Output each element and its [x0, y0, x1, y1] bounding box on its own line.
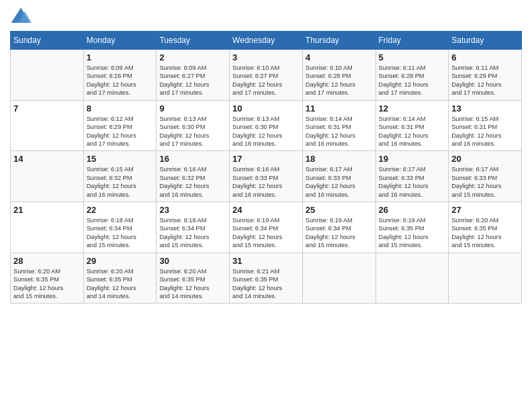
day-number: 31	[232, 256, 300, 266]
week-row-4: 2122Sunrise: 6:18 AM Sunset: 6:34 PM Day…	[11, 202, 522, 253]
day-info: Sunrise: 6:20 AM Sunset: 6:35 PM Dayligh…	[87, 267, 154, 301]
weekday-header-wednesday: Wednesday	[230, 32, 303, 50]
day-cell	[11, 50, 84, 101]
weekday-header-row: SundayMondayTuesdayWednesdayThursdayFrid…	[11, 32, 522, 50]
day-info: Sunrise: 6:10 AM Sunset: 6:28 PM Dayligh…	[306, 64, 373, 97]
day-cell: 3Sunrise: 6:10 AM Sunset: 6:27 PM Daylig…	[230, 50, 303, 101]
day-cell: 2Sunrise: 6:09 AM Sunset: 6:27 PM Daylig…	[157, 50, 230, 101]
day-info: Sunrise: 6:17 AM Sunset: 6:33 PM Dayligh…	[379, 165, 446, 199]
day-info: Sunrise: 6:17 AM Sunset: 6:33 PM Dayligh…	[451, 165, 519, 199]
day-cell: 18Sunrise: 6:17 AM Sunset: 6:33 PM Dayli…	[302, 151, 375, 202]
page-container: SundayMondayTuesdayWednesdayThursdayFrid…	[0, 0, 532, 310]
weekday-header-saturday: Saturday	[449, 32, 522, 50]
day-number: 25	[306, 205, 373, 215]
day-cell: 15Sunrise: 6:15 AM Sunset: 6:32 PM Dayli…	[83, 151, 157, 202]
day-number: 11	[306, 103, 373, 113]
day-info: Sunrise: 6:13 AM Sunset: 6:30 PM Dayligh…	[159, 115, 226, 148]
day-cell: 28Sunrise: 6:20 AM Sunset: 6:35 PM Dayli…	[11, 253, 84, 304]
day-number: 13	[451, 103, 519, 113]
weekday-header-sunday: Sunday	[11, 32, 84, 50]
day-cell: 16Sunrise: 6:16 AM Sunset: 6:32 PM Dayli…	[157, 151, 230, 202]
day-number: 3	[232, 52, 300, 62]
day-info: Sunrise: 6:14 AM Sunset: 6:31 PM Dayligh…	[379, 115, 446, 148]
day-info: Sunrise: 6:21 AM Sunset: 6:35 PM Dayligh…	[232, 267, 300, 301]
day-info: Sunrise: 6:16 AM Sunset: 6:32 PM Dayligh…	[159, 165, 226, 199]
day-cell: 26Sunrise: 6:19 AM Sunset: 6:35 PM Dayli…	[375, 202, 449, 253]
day-cell: 5Sunrise: 6:11 AM Sunset: 6:28 PM Daylig…	[375, 50, 449, 101]
day-number: 1	[87, 52, 154, 62]
day-number: 23	[159, 205, 226, 215]
calendar-table: SundayMondayTuesdayWednesdayThursdayFrid…	[10, 31, 522, 304]
day-number: 19	[379, 154, 446, 164]
logo-icon	[10, 7, 32, 26]
week-row-3: 1415Sunrise: 6:15 AM Sunset: 6:32 PM Day…	[11, 151, 522, 202]
day-info: Sunrise: 6:20 AM Sunset: 6:35 PM Dayligh…	[159, 267, 226, 301]
day-number: 2	[159, 52, 226, 62]
day-info: Sunrise: 6:14 AM Sunset: 6:31 PM Dayligh…	[306, 115, 373, 148]
day-info: Sunrise: 6:13 AM Sunset: 6:30 PM Dayligh…	[232, 115, 300, 148]
day-cell	[302, 253, 375, 304]
day-cell: 6Sunrise: 6:11 AM Sunset: 6:29 PM Daylig…	[449, 50, 522, 101]
day-cell: 8Sunrise: 6:12 AM Sunset: 6:29 PM Daylig…	[83, 100, 157, 151]
weekday-header-tuesday: Tuesday	[157, 32, 230, 50]
day-info: Sunrise: 6:09 AM Sunset: 6:26 PM Dayligh…	[87, 64, 154, 97]
weekday-header-thursday: Thursday	[302, 32, 375, 50]
day-cell: 14	[11, 151, 84, 202]
day-cell: 12Sunrise: 6:14 AM Sunset: 6:31 PM Dayli…	[375, 100, 449, 151]
day-info: Sunrise: 6:18 AM Sunset: 6:34 PM Dayligh…	[159, 216, 226, 250]
day-cell: 21	[11, 202, 84, 253]
week-row-1: 1Sunrise: 6:09 AM Sunset: 6:26 PM Daylig…	[11, 50, 522, 101]
day-info: Sunrise: 6:16 AM Sunset: 6:33 PM Dayligh…	[232, 165, 300, 199]
weekday-header-monday: Monday	[83, 32, 157, 50]
day-cell: 7	[11, 100, 84, 151]
header	[10, 7, 522, 26]
day-cell	[375, 253, 449, 304]
day-number: 29	[87, 256, 154, 266]
week-row-5: 28Sunrise: 6:20 AM Sunset: 6:35 PM Dayli…	[11, 253, 522, 304]
day-cell: 11Sunrise: 6:14 AM Sunset: 6:31 PM Dayli…	[302, 100, 375, 151]
day-number: 26	[379, 205, 446, 215]
day-info: Sunrise: 6:15 AM Sunset: 6:31 PM Dayligh…	[451, 115, 519, 148]
day-number: 15	[87, 154, 154, 164]
day-info: Sunrise: 6:20 AM Sunset: 6:35 PM Dayligh…	[451, 216, 519, 250]
day-cell: 19Sunrise: 6:17 AM Sunset: 6:33 PM Dayli…	[375, 151, 449, 202]
day-cell: 29Sunrise: 6:20 AM Sunset: 6:35 PM Dayli…	[83, 253, 157, 304]
logo	[10, 7, 34, 26]
day-info: Sunrise: 6:09 AM Sunset: 6:27 PM Dayligh…	[159, 64, 226, 97]
day-number: 16	[159, 154, 226, 164]
day-number: 21	[13, 205, 81, 215]
day-number: 5	[379, 52, 446, 62]
day-number: 20	[451, 154, 519, 164]
day-cell: 20Sunrise: 6:17 AM Sunset: 6:33 PM Dayli…	[449, 151, 522, 202]
day-cell: 10Sunrise: 6:13 AM Sunset: 6:30 PM Dayli…	[230, 100, 303, 151]
day-number: 7	[13, 103, 81, 113]
day-number: 24	[232, 205, 300, 215]
day-cell: 25Sunrise: 6:19 AM Sunset: 6:34 PM Dayli…	[302, 202, 375, 253]
day-info: Sunrise: 6:17 AM Sunset: 6:33 PM Dayligh…	[306, 165, 373, 199]
day-number: 17	[232, 154, 300, 164]
day-info: Sunrise: 6:19 AM Sunset: 6:35 PM Dayligh…	[379, 216, 446, 250]
day-number: 18	[306, 154, 373, 164]
day-cell: 13Sunrise: 6:15 AM Sunset: 6:31 PM Dayli…	[449, 100, 522, 151]
day-number: 8	[87, 103, 154, 113]
weekday-header-friday: Friday	[375, 32, 449, 50]
day-cell: 9Sunrise: 6:13 AM Sunset: 6:30 PM Daylig…	[157, 100, 230, 151]
day-info: Sunrise: 6:15 AM Sunset: 6:32 PM Dayligh…	[87, 165, 154, 199]
day-cell: 30Sunrise: 6:20 AM Sunset: 6:35 PM Dayli…	[157, 253, 230, 304]
day-cell	[449, 253, 522, 304]
week-row-2: 78Sunrise: 6:12 AM Sunset: 6:29 PM Dayli…	[11, 100, 522, 151]
day-cell: 4Sunrise: 6:10 AM Sunset: 6:28 PM Daylig…	[302, 50, 375, 101]
day-cell: 1Sunrise: 6:09 AM Sunset: 6:26 PM Daylig…	[83, 50, 157, 101]
day-info: Sunrise: 6:10 AM Sunset: 6:27 PM Dayligh…	[232, 64, 300, 97]
day-number: 27	[451, 205, 519, 215]
day-info: Sunrise: 6:19 AM Sunset: 6:34 PM Dayligh…	[232, 216, 300, 250]
day-number: 30	[159, 256, 226, 266]
day-cell: 27Sunrise: 6:20 AM Sunset: 6:35 PM Dayli…	[449, 202, 522, 253]
day-number: 14	[13, 154, 81, 164]
day-number: 28	[13, 256, 81, 266]
day-info: Sunrise: 6:20 AM Sunset: 6:35 PM Dayligh…	[13, 267, 81, 301]
day-info: Sunrise: 6:12 AM Sunset: 6:29 PM Dayligh…	[87, 115, 154, 148]
day-cell: 24Sunrise: 6:19 AM Sunset: 6:34 PM Dayli…	[230, 202, 303, 253]
day-cell: 31Sunrise: 6:21 AM Sunset: 6:35 PM Dayli…	[230, 253, 303, 304]
day-cell: 22Sunrise: 6:18 AM Sunset: 6:34 PM Dayli…	[83, 202, 157, 253]
